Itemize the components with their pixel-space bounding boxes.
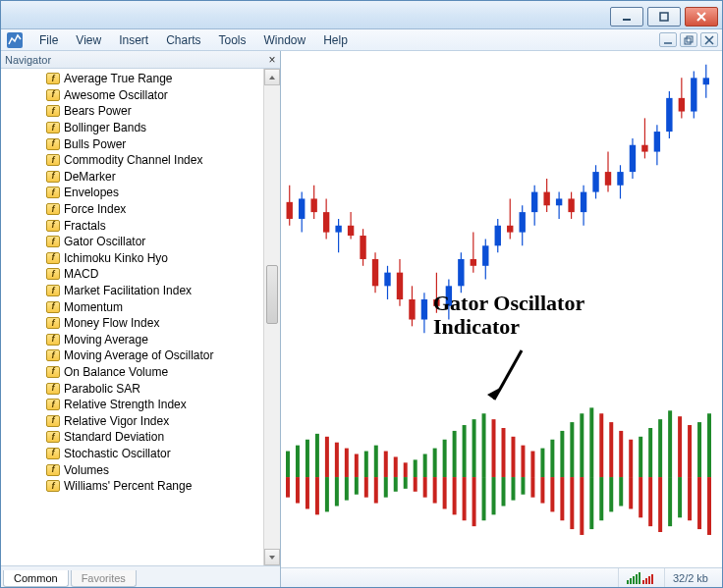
indicator-item[interactable]: Bollinger Bands [7, 120, 263, 136]
indicator-label: On Balance Volume [64, 365, 168, 379]
indicator-icon [46, 138, 60, 150]
indicator-icon [46, 317, 60, 329]
indicator-icon [46, 334, 60, 346]
svg-rect-9 [299, 198, 305, 219]
svg-rect-166 [633, 576, 635, 584]
indicator-label: Fractals [64, 219, 106, 233]
indicator-icon [46, 383, 60, 395]
svg-rect-35 [458, 259, 464, 286]
indicator-item[interactable]: Envelopes [7, 185, 263, 201]
indicator-label: DeMarker [64, 170, 116, 184]
indicator-label: Money Flow Index [64, 316, 159, 330]
indicator-item[interactable]: Relative Strength Index [7, 397, 263, 413]
indicator-label: Relative Vigor Index [64, 414, 169, 428]
scroll-up-button[interactable] [264, 69, 280, 85]
svg-rect-37 [471, 259, 476, 266]
navigator-tree[interactable]: Average True RangeAwesome OscillatorBear… [1, 69, 263, 565]
indicator-label: Volumes [64, 463, 109, 477]
svg-rect-65 [641, 145, 647, 152]
chart-canvas[interactable]: Gator Oscillator Indicator [281, 51, 722, 567]
indicator-item[interactable]: Awesome Oscillator [7, 87, 263, 104]
content-area: Navigator × Average True RangeAwesome Os… [1, 51, 722, 587]
navigator-close-button[interactable]: × [264, 53, 280, 67]
indicator-label: Bollinger Bands [64, 121, 146, 134]
menu-file[interactable]: File [30, 31, 67, 49]
indicator-item[interactable]: Williams' Percent Range [7, 478, 263, 495]
indicator-icon [46, 448, 60, 459]
svg-rect-170 [645, 578, 647, 584]
indicator-icon [46, 366, 60, 378]
indicator-item[interactable]: Momentum [7, 298, 263, 315]
svg-rect-7 [287, 202, 293, 219]
indicator-item[interactable]: Money Flow Index [7, 315, 263, 332]
app-window: FileViewInsertChartsToolsWindowHelp Navi… [0, 0, 723, 588]
indicator-item[interactable]: Ichimoku Kinko Hyo [7, 250, 263, 267]
indicator-icon [46, 73, 60, 84]
indicator-item[interactable]: Fractals [7, 217, 263, 234]
indicator-label: Ichimoku Kinko Hyo [64, 251, 168, 265]
window-close-button[interactable] [685, 7, 718, 27]
statusbar: 32/2 kb [281, 567, 722, 587]
mdi-close-button[interactable] [700, 32, 718, 47]
connection-bars-icon [618, 568, 664, 587]
navigator-scrollbar[interactable] [263, 69, 280, 565]
svg-rect-51 [556, 198, 562, 205]
indicator-icon [46, 268, 60, 280]
indicator-item[interactable]: Moving Average [7, 332, 263, 348]
scroll-thumb[interactable] [266, 265, 278, 324]
indicator-icon [46, 415, 60, 427]
svg-rect-39 [482, 245, 488, 266]
svg-rect-71 [679, 98, 685, 112]
annotation-arrow-icon [482, 346, 541, 414]
indicator-icon [46, 203, 60, 215]
svg-rect-13 [323, 212, 329, 233]
indicator-label: Momentum [64, 300, 123, 314]
svg-rect-45 [520, 212, 526, 233]
menu-insert[interactable]: Insert [110, 31, 157, 49]
indicator-label: Parabolic SAR [64, 382, 140, 396]
indicator-item[interactable]: Bears Power [7, 103, 263, 120]
app-logo-icon [5, 30, 25, 50]
tab-favorites[interactable]: Favorites [71, 570, 137, 587]
indicator-item[interactable]: Market Facilitation Index [7, 283, 263, 299]
menu-view[interactable]: View [67, 31, 110, 49]
menu-help[interactable]: Help [314, 31, 357, 49]
indicator-item[interactable]: DeMarker [7, 169, 263, 186]
navigator-tabs: Common Favorites [1, 565, 280, 587]
indicator-item[interactable]: Commodity Channel Index [7, 152, 263, 169]
svg-rect-17 [348, 226, 354, 236]
indicator-item[interactable]: On Balance Volume [7, 364, 263, 381]
mdi-restore-button[interactable] [680, 32, 697, 47]
menu-charts[interactable]: Charts [157, 31, 209, 49]
indicator-item[interactable]: Relative Vigor Index [7, 412, 263, 429]
mdi-minimize-button[interactable] [659, 32, 677, 47]
indicator-label: Relative Strength Index [64, 398, 187, 411]
scroll-down-button[interactable] [264, 549, 280, 565]
indicator-item[interactable]: Bulls Power [7, 135, 263, 152]
indicator-icon [46, 399, 60, 410]
indicator-item[interactable]: MACD [7, 266, 263, 283]
svg-rect-4 [685, 38, 691, 44]
indicator-item[interactable]: Volumes [7, 461, 263, 478]
indicator-label: Commodity Channel Index [64, 153, 202, 167]
svg-rect-61 [617, 172, 623, 186]
indicator-item[interactable]: Stochastic Oscillator [7, 446, 263, 462]
menubar: FileViewInsertChartsToolsWindowHelp [1, 29, 722, 51]
indicator-icon [46, 171, 60, 183]
svg-rect-43 [507, 226, 513, 233]
window-maximize-button[interactable] [647, 7, 681, 27]
svg-rect-23 [384, 273, 390, 287]
window-minimize-button[interactable] [610, 7, 643, 27]
indicator-item[interactable]: Gator Oscillator [7, 234, 263, 250]
indicator-label: Average True Range [64, 72, 173, 85]
indicator-item[interactable]: Moving Average of Oscillator [7, 347, 263, 364]
indicator-item[interactable]: Force Index [7, 201, 263, 218]
tab-common[interactable]: Common [3, 570, 69, 587]
indicator-item[interactable]: Standard Deviation [7, 429, 263, 446]
indicator-item[interactable]: Parabolic SAR [7, 380, 263, 397]
menu-window[interactable]: Window [255, 31, 315, 49]
indicator-item[interactable]: Average True Range [7, 71, 263, 87]
menu-tools[interactable]: Tools [210, 31, 255, 49]
svg-rect-167 [636, 574, 638, 584]
annotation-line1: Gator Oscillator [433, 292, 584, 315]
